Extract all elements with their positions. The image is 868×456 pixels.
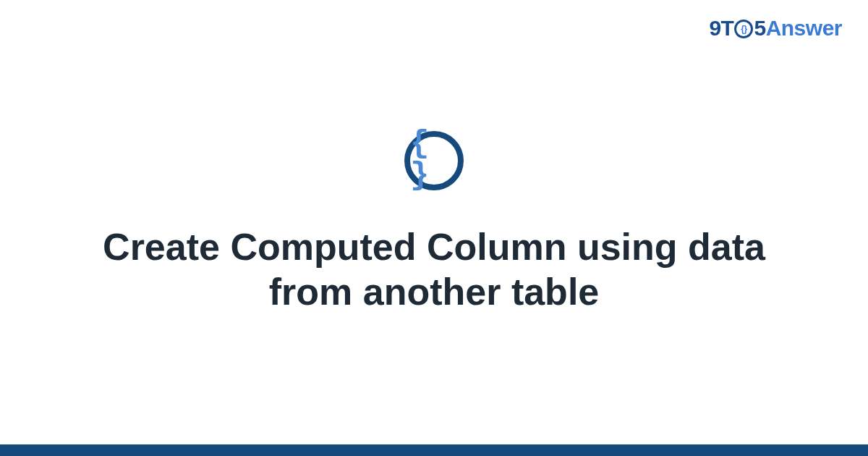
main-content: { } Create Computed Column using data fr… (0, 0, 868, 445)
page-title: Create Computed Column using data from a… (80, 225, 788, 314)
code-braces-icon: { } (404, 131, 464, 190)
footer-accent-bar (0, 444, 868, 456)
braces-glyph: { } (410, 127, 458, 191)
